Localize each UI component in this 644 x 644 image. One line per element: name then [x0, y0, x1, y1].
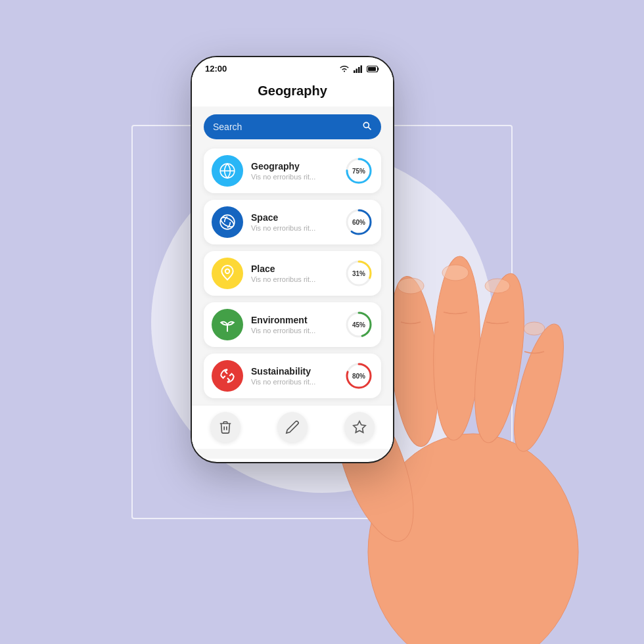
status-time: 12:00	[205, 64, 227, 74]
item-subtitle-environment: Vis no erroribus rit...	[251, 327, 344, 334]
svg-point-8	[485, 279, 510, 293]
status-bar: 12:00	[192, 57, 393, 77]
item-title-environment: Environment	[251, 315, 344, 325]
svg-point-3	[430, 256, 483, 441]
progress-text-environment: 45%	[352, 321, 365, 329]
svg-rect-14	[361, 65, 363, 73]
status-icons	[339, 65, 380, 73]
item-info-sustainability: Sustainability Vis no erroribus rit...	[251, 366, 344, 386]
item-title-geography: Geography	[251, 161, 344, 172]
svg-rect-16	[368, 67, 376, 71]
app-title: Geography	[192, 77, 393, 106]
search-icon	[361, 120, 372, 133]
progress-text-geography: 75%	[352, 168, 365, 175]
delete-button[interactable]	[210, 412, 241, 442]
bottom-nav	[192, 405, 393, 449]
edit-icon	[285, 420, 300, 434]
items-list: Geography Vis no erroribus rit... 75% Sp…	[204, 149, 381, 398]
app-content: Geography Search Geography Vis no errori…	[192, 77, 393, 459]
wifi-icon	[339, 65, 350, 73]
progress-text-space: 60%	[352, 219, 365, 226]
signal-icon	[353, 65, 363, 73]
item-info-space: Space Vis no erroribus rit...	[251, 212, 344, 232]
item-subtitle-place: Vis no erroribus rit...	[251, 275, 344, 283]
star-button[interactable]	[344, 412, 375, 442]
item-title-sustainability: Sustainability	[251, 366, 344, 377]
item-title-place: Place	[251, 264, 344, 274]
star-icon	[352, 420, 367, 434]
battery-icon	[367, 65, 380, 73]
item-info-environment: Environment Vis no erroribus rit...	[251, 315, 344, 334]
item-progress-geography: 75%	[344, 156, 373, 185]
list-item-geography[interactable]: Geography Vis no erroribus rit... 75%	[204, 149, 381, 193]
svg-point-9	[524, 322, 545, 335]
progress-text-place: 31%	[352, 270, 365, 277]
svg-point-7	[442, 265, 469, 281]
edit-button[interactable]	[277, 412, 308, 442]
item-progress-place: 31%	[344, 259, 373, 288]
item-subtitle-space: Vis no erroribus rit...	[251, 224, 344, 232]
list-item-space[interactable]: Space Vis no erroribus rit... 60%	[204, 200, 381, 244]
svg-rect-13	[358, 67, 360, 73]
item-subtitle-sustainability: Vis no erroribus rit...	[251, 378, 344, 386]
svg-point-6	[398, 278, 424, 294]
item-progress-space: 60%	[344, 208, 373, 237]
search-input[interactable]: Search	[213, 122, 361, 132]
item-progress-environment: 45%	[344, 310, 373, 339]
item-icon-environment	[212, 309, 243, 340]
item-icon-space	[212, 206, 243, 238]
item-icon-sustainability	[212, 360, 243, 392]
item-info-geography: Geography Vis no erroribus rit...	[251, 161, 344, 181]
search-bar[interactable]: Search	[204, 114, 381, 139]
svg-point-25	[225, 269, 230, 274]
item-title-space: Space	[251, 212, 344, 223]
phone-screen: 12:00	[191, 56, 394, 463]
phone-device: 12:00	[191, 56, 394, 463]
item-info-place: Place Vis no erroribus rit...	[251, 264, 344, 283]
item-icon-place	[212, 258, 243, 289]
svg-marker-32	[354, 421, 365, 432]
trash-icon	[218, 420, 233, 434]
item-subtitle-geography: Vis no erroribus rit...	[251, 173, 344, 181]
list-item-sustainability[interactable]: Sustainability Vis no erroribus rit... 8…	[204, 354, 381, 398]
item-progress-sustainability: 80%	[344, 361, 373, 390]
svg-rect-12	[356, 68, 358, 73]
list-item-place[interactable]: Place Vis no erroribus rit... 31%	[204, 251, 381, 296]
svg-rect-11	[354, 70, 356, 73]
list-item-environment[interactable]: Environment Vis no erroribus rit... 45%	[204, 302, 381, 347]
item-icon-geography	[212, 155, 243, 187]
progress-text-sustainability: 80%	[352, 373, 365, 380]
